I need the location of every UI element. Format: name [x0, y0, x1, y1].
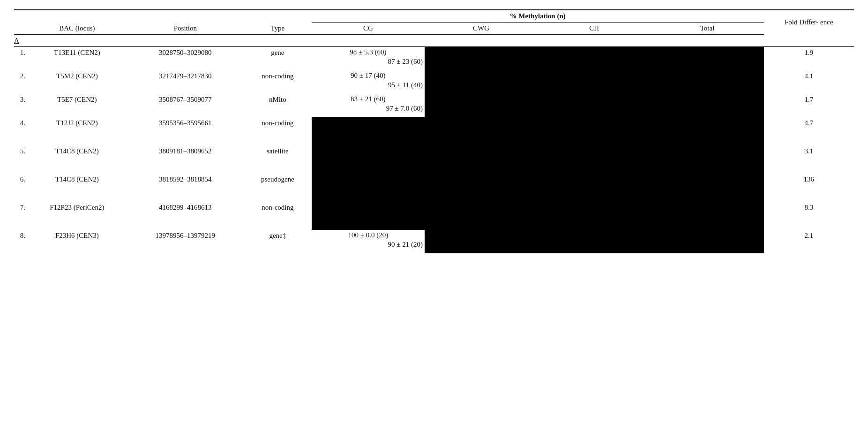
type-cell: pseudogene [244, 174, 312, 202]
bac-cell: T5E7 (CEN2) [27, 94, 127, 117]
cwg-cell-2 [425, 159, 538, 174]
cg-cell-1: 90 ± 17 (40) [312, 70, 425, 81]
cg-cell-1 [312, 202, 425, 216]
ch-cell-1 [538, 174, 651, 188]
ch-cell-2 [538, 216, 651, 230]
bac-cell: T13E11 (CEN2) [27, 47, 127, 71]
type-cell: nMito [244, 94, 312, 117]
section-label: A [14, 37, 19, 44]
ch-cell-2 [538, 159, 651, 174]
total-cell-1 [651, 94, 763, 105]
position-cell: 3217479–3217830 [127, 70, 244, 94]
cwg-cell-1 [425, 70, 538, 81]
bac-cell: F23H6 (CEN3) [27, 230, 127, 253]
cwg-cell-2 [425, 58, 538, 70]
total-header: Total [651, 23, 763, 35]
cg-header: CG [312, 23, 425, 35]
total-cell-2 [651, 105, 763, 117]
table-row: 7.F12P23 (PeriCen2)4168299–4168613non-co… [14, 202, 854, 216]
total-cell-1 [651, 70, 763, 81]
methylation-group-header: % Methylation (n) [312, 10, 764, 23]
total-cell-2 [651, 81, 763, 94]
cg-cell-2: 90 ± 21 (20) [312, 241, 425, 253]
total-cell-2 [651, 159, 763, 174]
row-number: 6. [14, 174, 27, 202]
type-cell: non-coding [244, 117, 312, 145]
table-row: 6.T14C8 (CEN2)3818592–3818854pseudogene1… [14, 174, 854, 188]
row-number: 4. [14, 117, 27, 145]
total-cell-2 [651, 58, 763, 70]
fold-cell: 4.1 [764, 70, 854, 94]
cg-cell-1 [312, 145, 425, 159]
ch-cell-2 [538, 241, 651, 253]
position-cell: 3595356–3595661 [127, 117, 244, 145]
table-row: 5.T14C8 (CEN2)3809181–3809652satellite3.… [14, 145, 854, 159]
total-cell-2 [651, 131, 763, 145]
cwg-cell-1 [425, 47, 538, 58]
position-header: Position [127, 23, 244, 35]
group-header-row: % Methylation (n) Fold Differ- ence [14, 10, 854, 23]
total-cell-1 [651, 117, 763, 131]
cwg-cell-1 [425, 174, 538, 188]
cwg-cell-1 [425, 94, 538, 105]
cwg-cell-1 [425, 202, 538, 216]
ch-cell-1 [538, 145, 651, 159]
fold-cell: 3.1 [764, 145, 854, 174]
position-cell: 3028750–3029080 [127, 47, 244, 71]
table-row: 1.T13E11 (CEN2)3028750–3029080gene98 ± 5… [14, 47, 854, 58]
type-cell: satellite [244, 145, 312, 174]
ch-cell-1 [538, 202, 651, 216]
cg-cell-1: 100 ± 0.0 (20) [312, 230, 425, 241]
cg-cell-2: 87 ± 23 (60) [312, 58, 425, 70]
position-cell: 3809181–3809652 [127, 145, 244, 174]
total-cell-2 [651, 241, 763, 253]
ch-cell-1 [538, 230, 651, 241]
type-cell: gene‡ [244, 230, 312, 253]
cg-cell-2 [312, 159, 425, 174]
cwg-cell-1 [425, 230, 538, 241]
type-header: Type [244, 23, 312, 35]
type-cell: non-coding [244, 202, 312, 230]
type-cell: non-coding [244, 70, 312, 94]
cg-cell-1 [312, 174, 425, 188]
total-cell-1 [651, 145, 763, 159]
total-cell-1 [651, 174, 763, 188]
main-table: % Methylation (n) Fold Differ- ence BAC … [14, 9, 854, 253]
fold-header: Fold Differ- ence [764, 10, 854, 35]
bac-cell: T14C8 (CEN2) [27, 145, 127, 174]
fold-cell: 2.1 [764, 230, 854, 253]
row-number: 1. [14, 47, 27, 71]
cwg-cell-2 [425, 188, 538, 202]
table-row: 3.T5E7 (CEN2)3508767–3509077nMito83 ± 21… [14, 94, 854, 105]
bac-cell: T14C8 (CEN2) [27, 174, 127, 202]
cg-cell-2: 95 ± 11 (40) [312, 81, 425, 94]
row-number: 2. [14, 70, 27, 94]
ch-cell-1 [538, 47, 651, 58]
cg-cell-2 [312, 131, 425, 145]
cwg-header: CWG [425, 23, 538, 35]
cwg-cell-2 [425, 241, 538, 253]
fold-cell: 8.3 [764, 202, 854, 230]
cwg-cell-1 [425, 117, 538, 131]
row-number: 3. [14, 94, 27, 117]
position-cell: 3818592–3818854 [127, 174, 244, 202]
fold-cell: 1.9 [764, 47, 854, 71]
ch-cell-2 [538, 58, 651, 70]
bac-cell: T12J2 (CEN2) [27, 117, 127, 145]
row-number: 8. [14, 230, 27, 253]
ch-cell-2 [538, 188, 651, 202]
cwg-cell-2 [425, 131, 538, 145]
total-cell-1 [651, 230, 763, 241]
cg-cell-2 [312, 188, 425, 202]
cwg-cell-1 [425, 145, 538, 159]
ch-cell-2 [538, 105, 651, 117]
fold-cell: 4.7 [764, 117, 854, 145]
cg-cell-1: 98 ± 5.3 (60) [312, 47, 425, 58]
total-cell-2 [651, 188, 763, 202]
table-row: 8.F23H6 (CEN3)13978956–13979219gene‡100 … [14, 230, 854, 241]
total-cell-2 [651, 216, 763, 230]
bac-header: BAC (locus) [27, 23, 127, 35]
section-label-row: A [14, 35, 854, 47]
cg-cell-1: 83 ± 21 (60) [312, 94, 425, 105]
ch-header: CH [538, 23, 651, 35]
